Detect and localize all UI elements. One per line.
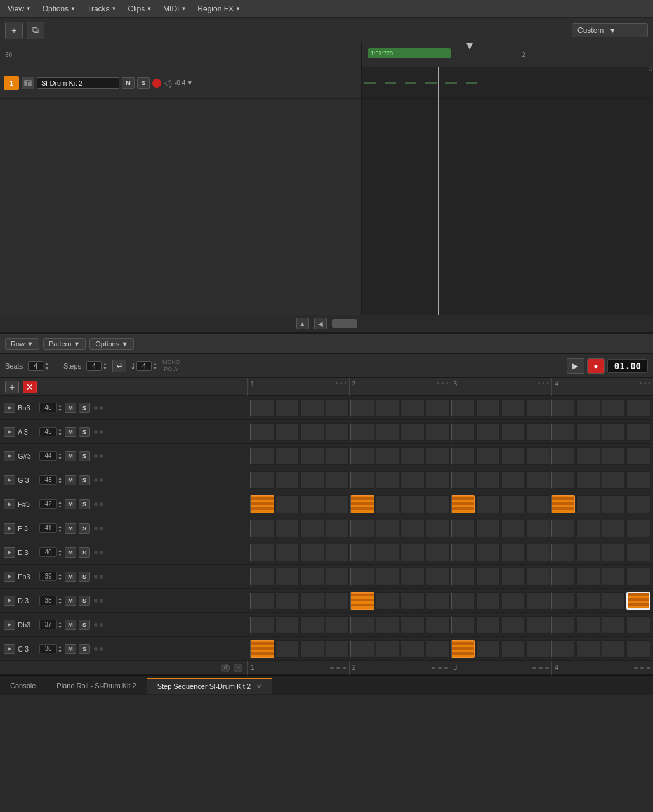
row-solo-button-d3[interactable]: S: [79, 596, 90, 606]
step-cell-gs3-10[interactable]: [501, 447, 525, 465]
scroll-thumb[interactable]: [332, 319, 357, 328]
step-cell-bb3-5[interactable]: [376, 399, 400, 417]
midi-down-arrow[interactable]: ▼: [58, 480, 62, 485]
step-cell-g3-6[interactable]: [400, 471, 425, 489]
step-cell-d3-7[interactable]: [426, 592, 450, 610]
step-cell-c3-0[interactable]: [250, 640, 274, 658]
step-cell-bb3-9[interactable]: [476, 399, 500, 417]
step-cell-g3-3[interactable]: [326, 471, 350, 489]
step-cell-g3-14[interactable]: [602, 471, 626, 489]
step-cell-eb3-9[interactable]: [476, 568, 500, 586]
step-cell-db3-1[interactable]: [275, 616, 300, 634]
step-cell-db3-14[interactable]: [602, 616, 626, 634]
step-cell-g3-5[interactable]: [376, 471, 400, 489]
step-cell-g3-0[interactable]: [250, 471, 274, 489]
step-cell-c3-13[interactable]: [576, 640, 600, 658]
step-cell-a3-11[interactable]: [526, 423, 550, 441]
step-cell-gs3-0[interactable]: [250, 447, 274, 465]
note-arrows[interactable]: ▲ ▼: [153, 362, 157, 370]
note-value-control[interactable]: ♩ 4 ▲ ▼: [131, 361, 157, 371]
step-cell-f3-15[interactable]: [626, 520, 650, 537]
midi-arrows-e3[interactable]: ▲▼: [58, 548, 62, 557]
step-cell-g3-2[interactable]: [300, 471, 324, 489]
step-cell-db3-9[interactable]: [476, 616, 500, 634]
step-cell-f3-5[interactable]: [376, 520, 400, 537]
step-cell-d3-10[interactable]: [501, 592, 525, 610]
play-button[interactable]: ▶: [567, 358, 584, 374]
step-cell-db3-4[interactable]: [350, 616, 374, 634]
step-cell-eb3-3[interactable]: [326, 568, 350, 586]
midi-down-arrow[interactable]: ▼: [58, 456, 62, 461]
step-cell-db3-5[interactable]: [376, 616, 400, 634]
step-cell-fs3-11[interactable]: [526, 495, 550, 513]
add-track-button[interactable]: +: [5, 22, 23, 39]
note-down-arrow[interactable]: ▼: [153, 366, 157, 370]
steps-up-arrow[interactable]: ▲: [103, 362, 107, 366]
step-cell-db3-11[interactable]: [526, 616, 550, 634]
step-cell-bb3-10[interactable]: [501, 399, 525, 417]
step-cell-eb3-12[interactable]: [551, 568, 576, 586]
step-cell-e3-3[interactable]: [326, 544, 350, 561]
step-cell-eb3-6[interactable]: [400, 568, 425, 586]
step-cell-e3-2[interactable]: [300, 544, 324, 561]
step-cell-d3-9[interactable]: [476, 592, 500, 610]
step-cell-g3-11[interactable]: [526, 471, 550, 489]
step-cell-g3-10[interactable]: [501, 471, 525, 489]
step-cell-gs3-8[interactable]: [451, 447, 475, 465]
step-cell-c3-10[interactable]: [501, 640, 525, 658]
midi-arrows-d3[interactable]: ▲▼: [58, 596, 62, 605]
options-menu-button[interactable]: Options ▼: [89, 338, 134, 350]
step-cell-c3-4[interactable]: [350, 640, 374, 658]
step-cell-f3-1[interactable]: [275, 520, 300, 537]
step-cell-fs3-5[interactable]: [376, 495, 400, 513]
step-cell-e3-14[interactable]: [602, 544, 626, 561]
beats-value[interactable]: 4 ▲ ▼: [28, 361, 49, 371]
row-midi-fs3[interactable]: 42▲▼: [39, 499, 62, 509]
step-cell-db3-13[interactable]: [576, 616, 600, 634]
row-play-button-fs3[interactable]: ▶: [4, 499, 15, 509]
row-solo-button-eb3[interactable]: S: [79, 572, 90, 582]
midi-arrows-a3[interactable]: ▲▼: [58, 428, 62, 436]
note-up-arrow[interactable]: ▲: [153, 362, 157, 366]
step-cell-gs3-4[interactable]: [350, 447, 374, 465]
row-menu-button[interactable]: Row ▼: [5, 338, 39, 350]
step-cell-d3-0[interactable]: [250, 592, 274, 610]
step-cell-d3-15[interactable]: [626, 592, 650, 610]
step-cell-a3-10[interactable]: [501, 423, 525, 441]
row-solo-button-gs3[interactable]: S: [79, 451, 90, 461]
step-cell-e3-13[interactable]: [576, 544, 600, 561]
track-mute-button[interactable]: M: [122, 77, 135, 89]
step-cell-fs3-6[interactable]: [400, 495, 425, 513]
midi-down-arrow[interactable]: ▼: [58, 553, 62, 557]
step-cell-g3-12[interactable]: [551, 471, 576, 489]
step-cell-g3-15[interactable]: [626, 471, 650, 489]
step-cell-a3-15[interactable]: [626, 423, 650, 441]
step-cell-bb3-4[interactable]: [350, 399, 374, 417]
step-cell-c3-15[interactable]: [626, 640, 650, 658]
step-cell-fs3-13[interactable]: [576, 495, 600, 513]
step-cell-gs3-7[interactable]: [426, 447, 450, 465]
step-cell-eb3-15[interactable]: [626, 568, 650, 586]
row-play-button-e3[interactable]: ▶: [4, 547, 15, 558]
row-midi-c3[interactable]: 36▲▼: [39, 644, 62, 653]
row-midi-bb3[interactable]: 46▲▼: [39, 403, 62, 412]
step-cell-a3-3[interactable]: [326, 423, 350, 441]
row-play-button-c3[interactable]: ▶: [4, 644, 15, 654]
step-cell-db3-6[interactable]: [400, 616, 425, 634]
row-play-button-bb3[interactable]: ▶: [4, 403, 15, 413]
step-cell-gs3-13[interactable]: [576, 447, 600, 465]
step-cell-e3-6[interactable]: [400, 544, 425, 561]
step-cell-f3-7[interactable]: [426, 520, 450, 537]
step-cell-a3-12[interactable]: [551, 423, 576, 441]
step-cell-gs3-6[interactable]: [400, 447, 425, 465]
row-mute-button-gs3[interactable]: M: [65, 451, 76, 461]
row-mute-button-g3[interactable]: M: [65, 475, 76, 485]
row-play-button-gs3[interactable]: ▶: [4, 451, 15, 461]
step-cell-bb3-11[interactable]: [526, 399, 550, 417]
row-solo-button-c3[interactable]: S: [79, 644, 90, 654]
row-solo-button-g3[interactable]: S: [79, 475, 90, 485]
tab-piano-roll[interactable]: Piano Roll - Sl-Drum Kit 2: [46, 678, 147, 693]
track-solo-button[interactable]: S: [137, 77, 150, 89]
midi-up-arrow[interactable]: ▲: [58, 452, 62, 456]
menu-midi[interactable]: MIDI ▼: [158, 3, 191, 15]
